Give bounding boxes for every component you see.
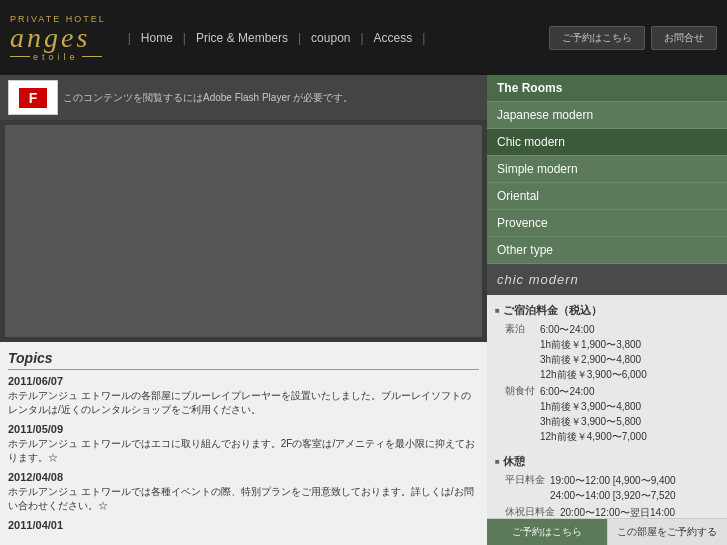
topic-2-text: ホテルアンジュ エトワールではエコに取り組んでおります。2Fの客室は/アメニティ…: [8, 437, 479, 465]
tab-chic-modern[interactable]: Chic modern: [487, 129, 727, 156]
tab-provence[interactable]: Provence: [487, 210, 727, 237]
topic-3: 2012/04/08 ホテルアンジュ エトワールでは各種イベントの際、特別プラン…: [8, 471, 479, 513]
rest-row-1: 平日料金 19:00〜12:00 [4,900〜9,400 24:00〜14:0…: [495, 473, 719, 503]
label-平日: 平日料金: [505, 473, 545, 503]
header-buttons: ご予約はこちら お問合せ: [549, 26, 717, 50]
logo-area: PRIVATE HOTEL anges etoile: [10, 14, 106, 62]
room-tabs: The Rooms Japanese modern Chic modern Si…: [487, 75, 727, 264]
topic-2: 2011/05/09 ホテルアンジュ エトワールではエコに取り組んでおります。2…: [8, 423, 479, 465]
sidebar-room-reservation-btn[interactable]: この部屋をご予約する: [607, 519, 728, 545]
topic-1-date: 2011/06/07: [8, 375, 479, 387]
topic-2-date: 2011/05/09: [8, 423, 479, 435]
price-category-rest: 休憩 平日料金 19:00〜12:00 [4,900〜9,400 24:00〜1…: [495, 454, 719, 518]
tab-oriental[interactable]: Oriental: [487, 183, 727, 210]
details-休祝日: 20:00〜12:00〜翌日14:00 [6,900〜11,900: [560, 505, 675, 518]
label-素泊: 素泊: [505, 322, 535, 382]
details-素泊: 6:00〜24:00 1h前後￥1,900〜3,800 3h前後￥2,900〜4…: [540, 322, 647, 382]
nav-access[interactable]: Access: [366, 27, 421, 49]
media-area: [5, 125, 482, 337]
inquiry-button[interactable]: お問合せ: [651, 26, 717, 50]
nav-sep-5: |: [422, 31, 425, 45]
header: PRIVATE HOTEL anges etoile | Home | Pric…: [0, 0, 727, 75]
right-sidebar: The Rooms Japanese modern Chic modern Si…: [487, 75, 727, 545]
topics-title: Topics: [8, 350, 479, 370]
logo-main: anges: [10, 24, 90, 52]
flash-message: このコンテンツを閲覧するにはAdobe Flash Player が必要です。: [63, 91, 353, 105]
left-content: F このコンテンツを閲覧するにはAdobe Flash Player が必要です…: [0, 75, 487, 545]
chic-modern-banner: chic modern: [487, 264, 727, 295]
topics-area: Topics 2011/06/07 ホテルアンジュ エトワールの各部屋にブルーレ…: [0, 342, 487, 545]
tab-japanese-modern[interactable]: Japanese modern: [487, 102, 727, 129]
topic-4-date: 2011/04/01: [8, 519, 479, 531]
tab-the-rooms[interactable]: The Rooms: [487, 75, 727, 102]
flash-icon-f: F: [29, 90, 38, 106]
rest-row-2: 休祝日料金 20:00〜12:00〜翌日14:00 [6,900〜11,900: [495, 505, 719, 518]
details-朝食付: 6:00〜24:00 1h前後￥3,900〜4,800 3h前後￥3,900〜5…: [540, 384, 647, 444]
nav-sep-2: |: [183, 31, 186, 45]
flash-icon[interactable]: F: [8, 80, 58, 115]
pricing-section: ご宿泊料金（税込） 素泊 6:00〜24:00 1h前後￥1,900〜3,800…: [487, 295, 727, 518]
sidebar-bottom: ご予約はこちら この部屋をご予約する: [487, 518, 727, 545]
label-休祝日: 休祝日料金: [505, 505, 555, 518]
nav: | Home | Price & Members | coupon | Acce…: [126, 27, 549, 49]
lodging-title: ご宿泊料金（税込）: [495, 303, 719, 318]
nav-price[interactable]: Price & Members: [188, 27, 296, 49]
nav-sep-1: |: [128, 31, 131, 45]
nav-sep-3: |: [298, 31, 301, 45]
reservation-button[interactable]: ご予約はこちら: [549, 26, 645, 50]
topic-3-date: 2012/04/08: [8, 471, 479, 483]
topic-3-text: ホテルアンジュ エトワールでは各種イベントの際、特別プランをご用意致しております…: [8, 485, 479, 513]
nav-coupon[interactable]: coupon: [303, 27, 358, 49]
topic-1: 2011/06/07 ホテルアンジュ エトワールの各部屋にブルーレイプレーヤーを…: [8, 375, 479, 417]
topic-4: 2011/04/01: [8, 519, 479, 531]
nav-sep-4: |: [360, 31, 363, 45]
flash-area: F このコンテンツを閲覧するにはAdobe Flash Player が必要です…: [0, 75, 487, 120]
nav-home[interactable]: Home: [133, 27, 181, 49]
label-朝食付: 朝食付: [505, 384, 535, 444]
tab-other-type[interactable]: Other type: [487, 237, 727, 264]
main-content: F このコンテンツを閲覧するにはAdobe Flash Player が必要です…: [0, 75, 727, 545]
flash-icon-inner: F: [19, 88, 47, 108]
topic-1-text: ホテルアンジュ エトワールの各部屋にブルーレイプレーヤーを設置いたしました。ブル…: [8, 389, 479, 417]
tab-simple-modern[interactable]: Simple modern: [487, 156, 727, 183]
rest-title: 休憩: [495, 454, 719, 469]
lodging-row-1: 素泊 6:00〜24:00 1h前後￥1,900〜3,800 3h前後￥2,90…: [495, 322, 719, 382]
logo-sub: etoile: [10, 52, 102, 62]
sidebar-reservation-btn[interactable]: ご予約はこちら: [487, 519, 607, 545]
price-category-lodging: ご宿泊料金（税込） 素泊 6:00〜24:00 1h前後￥1,900〜3,800…: [495, 303, 719, 444]
details-平日: 19:00〜12:00 [4,900〜9,400 24:00〜14:00 [3,…: [550, 473, 676, 503]
lodging-row-2: 朝食付 6:00〜24:00 1h前後￥3,900〜4,800 3h前後￥3,9…: [495, 384, 719, 444]
